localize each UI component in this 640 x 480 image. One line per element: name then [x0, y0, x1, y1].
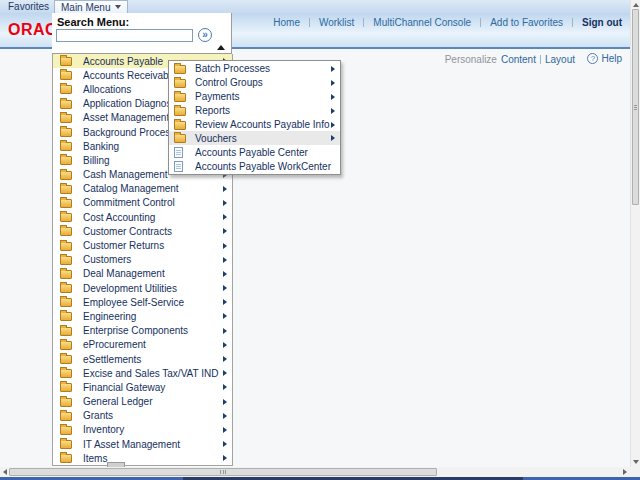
menu-item[interactable]: Grants — [53, 409, 232, 423]
submenu-item[interactable]: Review Accounts Payable Info — [169, 118, 340, 132]
submenu-item-label: Batch Processes — [195, 63, 270, 74]
folder-icon — [60, 426, 72, 435]
search-go-button[interactable]: » — [198, 28, 212, 42]
nav-separator — [572, 18, 573, 27]
submenu-item-label: Review Accounts Payable Info — [195, 119, 330, 130]
folder-icon — [60, 227, 72, 236]
personalize-bar: Personalize Content Layout — [445, 54, 575, 65]
submenu-arrow-icon — [223, 214, 227, 220]
folder-icon — [174, 134, 186, 143]
menu-item[interactable]: Inventory — [53, 423, 232, 437]
submenu-arrow-icon — [223, 200, 227, 206]
scroll-down-button[interactable] — [631, 457, 640, 466]
favorites-tab-label: Favorites — [8, 1, 49, 12]
submenu-item[interactable]: Payments — [169, 90, 340, 104]
submenu-arrow-icon — [223, 299, 227, 305]
menu-tab-bar: Favorites Main Menu — [0, 0, 630, 13]
menu-item[interactable]: Customer Returns — [53, 238, 232, 252]
submenu-arrow-icon — [223, 243, 227, 249]
folder-icon — [60, 383, 72, 392]
main-menu-tab-label: Main Menu — [61, 2, 110, 13]
collapse-menu-arrow-icon[interactable] — [217, 45, 225, 50]
nav-worklist-link[interactable]: Worklist — [319, 17, 354, 28]
menu-item-label: Inventory — [83, 424, 124, 435]
menu-item-label: eProcurement — [83, 339, 146, 350]
nav-separator — [480, 18, 481, 27]
scroll-right-button[interactable] — [620, 467, 629, 477]
triangle-right-icon — [623, 469, 627, 475]
folder-icon — [60, 312, 72, 321]
menu-item[interactable]: Engineering — [53, 309, 232, 323]
submenu-arrow-icon — [223, 271, 227, 277]
folder-icon — [60, 327, 72, 336]
main-menu-tab[interactable]: Main Menu — [54, 0, 128, 13]
nav-separator — [309, 18, 310, 27]
vertical-scrollbar[interactable] — [630, 0, 640, 467]
menu-item[interactable]: Commitment Control — [53, 196, 232, 210]
menu-item-label: Cash Management — [83, 169, 168, 180]
scroll-up-button[interactable] — [631, 0, 640, 9]
submenu-arrow-icon — [223, 370, 227, 376]
submenu-arrow-icon — [223, 399, 227, 405]
submenu-arrow-icon — [331, 108, 335, 114]
menu-item[interactable]: Financial Gateway — [53, 380, 232, 394]
horizontal-scrollbar[interactable] — [0, 467, 630, 477]
nav-multichannel-console-link[interactable]: MultiChannel Console — [373, 17, 471, 28]
submenu-arrow-icon — [331, 80, 335, 86]
menu-item[interactable]: Customer Contracts — [53, 224, 232, 238]
menu-item[interactable]: Enterprise Components — [53, 324, 232, 338]
folder-icon — [60, 142, 72, 151]
menu-item-label: Catalog Management — [83, 183, 179, 194]
menu-item[interactable]: Employee Self-Service — [53, 295, 232, 309]
menu-item-label: Asset Management — [83, 112, 169, 123]
submenu-item[interactable]: Accounts Payable Center — [169, 145, 340, 159]
menu-item-label: Billing — [83, 155, 110, 166]
submenu-item[interactable]: Accounts Payable WorkCenter — [169, 159, 340, 173]
menu-item[interactable]: eProcurement — [53, 338, 232, 352]
menu-item-label: Financial Gateway — [83, 382, 165, 393]
menu-item[interactable]: Customers — [53, 253, 232, 267]
submenu-arrow-icon — [331, 66, 335, 72]
submenu-item[interactable]: Reports — [169, 104, 340, 118]
scrollbar-grip — [220, 470, 226, 474]
menu-item[interactable]: Catalog Management — [53, 182, 232, 196]
menu-item-label: Customer Returns — [83, 240, 164, 251]
folder-icon — [60, 114, 72, 123]
help-link[interactable]: ? Help — [587, 53, 622, 64]
menu-item[interactable]: Items — [53, 451, 232, 465]
menu-item[interactable]: Cost Accounting — [53, 210, 232, 224]
menu-item[interactable]: IT Asset Management — [53, 437, 232, 451]
menu-item[interactable]: General Ledger — [53, 395, 232, 409]
nav-home-link[interactable]: Home — [273, 17, 300, 28]
vertical-scrollbar-thumb[interactable] — [632, 9, 639, 205]
folder-icon — [60, 57, 72, 66]
menu-item[interactable]: Excise and Sales Tax/VAT IND — [53, 366, 232, 380]
menu-item-label: Accounts Receivable — [83, 70, 176, 81]
triangle-down-icon — [633, 460, 639, 464]
menu-item[interactable]: Development Utilities — [53, 281, 232, 295]
menu-item[interactable]: eSettlements — [53, 352, 232, 366]
submenu-item[interactable]: Control Groups — [169, 76, 340, 90]
scroll-left-button[interactable] — [0, 467, 9, 477]
personalize-layout-link[interactable]: Layout — [545, 54, 575, 65]
menu-item-label: Customers — [83, 254, 131, 265]
submenu-arrow-icon — [223, 342, 227, 348]
submenu-item[interactable]: Vouchers — [169, 131, 340, 145]
triangle-left-icon — [3, 469, 7, 475]
personalize-label: Personalize — [445, 54, 497, 65]
submenu-arrow-icon — [223, 441, 227, 447]
menu-item-label: Items — [83, 453, 107, 464]
menu-item[interactable]: Deal Management — [53, 267, 232, 281]
accounts-payable-submenu: Batch Processes Control Groups Payments … — [168, 60, 341, 175]
search-input[interactable] — [56, 29, 193, 42]
folder-icon — [60, 185, 72, 194]
nav-add-to-favorites-link[interactable]: Add to Favorites — [490, 17, 563, 28]
sign-out-link[interactable]: Sign out — [582, 17, 622, 28]
help-label: Help — [601, 53, 622, 64]
horizontal-scrollbar-thumb[interactable] — [9, 468, 437, 476]
menu-item-label: Cost Accounting — [83, 212, 155, 223]
submenu-item-label: Accounts Payable Center — [195, 147, 308, 158]
triangle-up-icon — [633, 3, 639, 7]
personalize-content-link[interactable]: Content — [501, 54, 536, 65]
submenu-item[interactable]: Batch Processes — [169, 62, 340, 76]
